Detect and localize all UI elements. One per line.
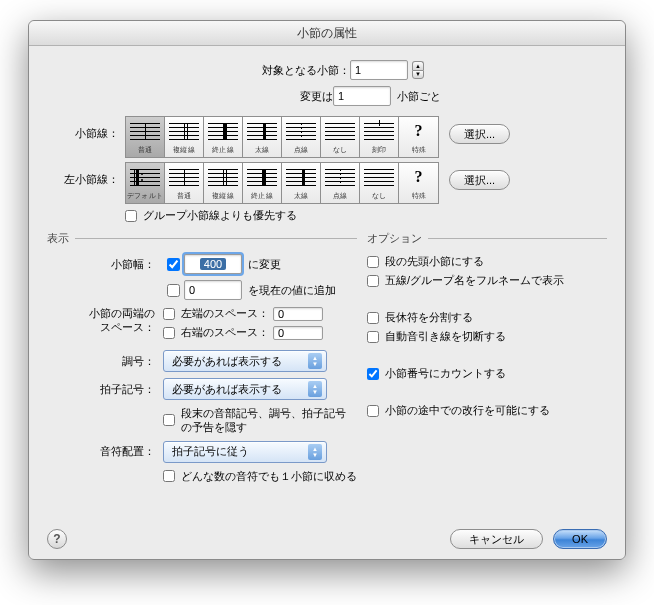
timesig-select[interactable]: 必要があれば表示する ▲▼: [163, 378, 327, 400]
width-change-input[interactable]: 400: [184, 254, 242, 274]
divider: [75, 238, 357, 239]
barline-style-caption: 点線: [294, 145, 308, 155]
barline-glyph-icon: [325, 166, 355, 188]
width-change-suffix: に変更: [248, 257, 281, 272]
barline-style-caption: 普通: [177, 191, 191, 201]
barline-style-終止線[interactable]: 終止線: [204, 117, 243, 157]
barline-style-複縦線[interactable]: 複縦線: [165, 117, 204, 157]
right-space-checkbox[interactable]: [163, 327, 175, 339]
target-measure-input[interactable]: [350, 60, 408, 80]
barline-style-なし[interactable]: なし: [360, 163, 399, 203]
target-measure-label: 対象となる小節：: [230, 63, 350, 78]
barline-style-picker[interactable]: 普通複縦線終止線太線点線なし刻印?特殊: [125, 116, 439, 158]
left-barline-select-button[interactable]: 選択...: [449, 170, 510, 190]
options-section-header: オプション: [367, 231, 422, 246]
barline-style-caption: 太線: [294, 191, 308, 201]
barline-style-太線[interactable]: 太線: [243, 117, 282, 157]
help-button[interactable]: ?: [47, 529, 67, 549]
barline-glyph-icon: [364, 120, 394, 142]
barline-style-太線[interactable]: 太線: [282, 163, 321, 203]
full-names-checkbox[interactable]: [367, 275, 379, 287]
change-every-label: 変更は: [213, 89, 333, 104]
begin-staff-checkbox[interactable]: [367, 256, 379, 268]
break-ties-label: 自動音引き線を切断する: [385, 329, 506, 344]
measure-attributes-dialog: 小節の属性 対象となる小節： ▲ ▼ 変更は 小節ごと 小節線： 普通複縦線終止…: [28, 20, 626, 560]
select-arrows-icon: ▲▼: [308, 353, 322, 369]
barline-style-なし[interactable]: なし: [321, 117, 360, 157]
barline-style-点線[interactable]: 点線: [321, 163, 360, 203]
barline-style-普通[interactable]: 普通: [126, 117, 165, 157]
begin-staff-label: 段の先頭小節にする: [385, 254, 484, 269]
barline-style-デフォルト[interactable]: デフォルト: [126, 163, 165, 203]
note-placement-select-value: 拍子記号に従う: [172, 444, 249, 459]
left-barline-label: 左小節線：: [47, 162, 125, 187]
timesig-label: 拍子記号：: [47, 382, 163, 397]
note-placement-select[interactable]: 拍子記号に従う ▲▼: [163, 441, 327, 463]
barline-glyph-icon: [247, 166, 277, 188]
barline-style-caption: 複縦線: [173, 145, 195, 155]
right-space-input[interactable]: [273, 326, 323, 340]
left-space-input[interactable]: [273, 307, 323, 321]
note-placement-label: 音符配置：: [47, 444, 163, 459]
edge-spacing-label-1: 小節の両端の: [89, 307, 155, 319]
keysig-select[interactable]: 必要があれば表示する ▲▼: [163, 350, 327, 372]
barline-label: 小節線：: [47, 116, 125, 141]
barline-style-終止線[interactable]: 終止線: [243, 163, 282, 203]
barline-glyph-icon: ?: [404, 166, 434, 188]
display-section-header: 表示: [47, 231, 69, 246]
barline-style-caption: 特殊: [411, 145, 425, 155]
barline-style-特殊[interactable]: ?特殊: [399, 163, 438, 203]
width-add-suffix: を現在の値に追加: [248, 283, 336, 298]
override-group-checkbox[interactable]: [125, 210, 137, 222]
override-group-label: グループ小節線よりも優先する: [143, 208, 297, 223]
width-change-checkbox[interactable]: [167, 258, 180, 271]
allow-break-label: 小節の途中での改行を可能にする: [385, 403, 550, 418]
hide-cautionary-checkbox[interactable]: [163, 414, 175, 426]
split-rest-label: 長休符を分割する: [385, 310, 473, 325]
fit-one-measure-checkbox[interactable]: [163, 470, 175, 482]
barline-glyph-icon: [364, 166, 394, 188]
barline-style-caption: 特殊: [411, 191, 425, 201]
barline-style-刻印[interactable]: 刻印: [360, 117, 399, 157]
timesig-select-value: 必要があれば表示する: [172, 382, 282, 397]
width-add-input[interactable]: [184, 280, 242, 300]
barline-style-複縦線[interactable]: 複縦線: [204, 163, 243, 203]
hide-cautionary-label: 段末の音部記号、調号、拍子記号の予告を隠す: [181, 406, 353, 435]
change-every-input[interactable]: [333, 86, 391, 106]
barline-glyph-icon: [286, 166, 316, 188]
barline-style-caption: 刻印: [372, 145, 386, 155]
stepper-down-icon[interactable]: ▼: [412, 70, 424, 80]
fit-one-measure-label: どんな数の音符でも１小節に収める: [181, 469, 357, 484]
barline-glyph-icon: [130, 120, 160, 142]
barline-glyph-icon: [130, 166, 160, 188]
stepper-up-icon[interactable]: ▲: [412, 61, 424, 70]
split-rest-checkbox[interactable]: [367, 312, 379, 324]
left-space-label: 左端のスペース：: [181, 306, 269, 321]
barline-glyph-icon: [169, 166, 199, 188]
barline-style-caption: 点線: [333, 191, 347, 201]
width-add-checkbox[interactable]: [167, 284, 180, 297]
divider: [428, 238, 607, 239]
count-measure-checkbox[interactable]: [367, 368, 379, 380]
change-every-unit: 小節ごと: [397, 89, 441, 104]
left-barline-style-picker[interactable]: デフォルト普通複縦線終止線太線点線なし?特殊: [125, 162, 439, 204]
barline-glyph-icon: [208, 166, 238, 188]
left-space-checkbox[interactable]: [163, 308, 175, 320]
barline-style-点線[interactable]: 点線: [282, 117, 321, 157]
keysig-label: 調号：: [47, 354, 163, 369]
allow-break-checkbox[interactable]: [367, 405, 379, 417]
keysig-select-value: 必要があれば表示する: [172, 354, 282, 369]
barline-glyph-icon: [208, 120, 238, 142]
barline-style-特殊[interactable]: ?特殊: [399, 117, 438, 157]
barline-style-caption: 複縦線: [212, 191, 234, 201]
cancel-button[interactable]: キャンセル: [450, 529, 543, 549]
ok-button[interactable]: OK: [553, 529, 607, 549]
barline-glyph-icon: [169, 120, 199, 142]
barline-style-caption: デフォルト: [127, 191, 163, 201]
right-space-label: 右端のスペース：: [181, 325, 269, 340]
count-measure-label: 小節番号にカウントする: [385, 366, 506, 381]
barline-style-普通[interactable]: 普通: [165, 163, 204, 203]
target-measure-stepper[interactable]: ▲ ▼: [412, 61, 424, 79]
barline-select-button[interactable]: 選択...: [449, 124, 510, 144]
break-ties-checkbox[interactable]: [367, 331, 379, 343]
